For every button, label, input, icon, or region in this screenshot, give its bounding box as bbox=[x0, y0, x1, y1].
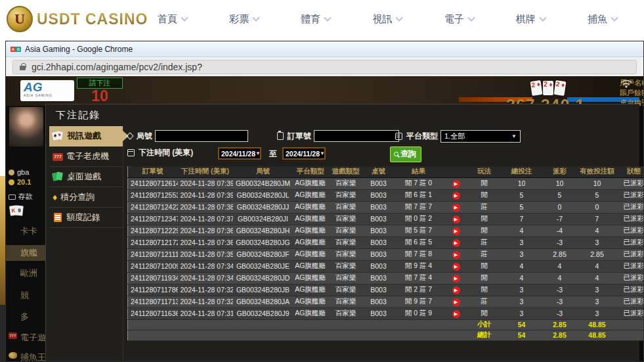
col-header: 平台類型 bbox=[293, 166, 328, 177]
chevron-down-icon: ▼ bbox=[320, 150, 325, 156]
card-9-icon: 9 bbox=[15, 205, 24, 215]
cell-payout: 5 bbox=[543, 189, 577, 201]
replay-play-button[interactable]: ▶ bbox=[452, 263, 460, 271]
cell-total-bet: 4 bbox=[501, 260, 543, 272]
table-games-icon bbox=[53, 171, 64, 182]
replay-play-button[interactable]: ▶ bbox=[452, 227, 460, 235]
nav-item-2[interactable]: 體育 bbox=[301, 13, 330, 26]
table-row: 2411280711934862024-11-28 07:34:08GB0032… bbox=[128, 272, 644, 284]
cell-order: 241128071178698 bbox=[128, 284, 178, 296]
cell-round: GB00324B280JG bbox=[233, 237, 293, 248]
subtotal-label: 小計 bbox=[468, 319, 501, 330]
table-row: 2411280711636942024-11-28 07:31:37GB0032… bbox=[128, 307, 644, 319]
cell-round: GB00324B280JL bbox=[233, 189, 293, 201]
cell-time: 2024-11-28 07:34:08 bbox=[178, 272, 233, 284]
cell-status: 已派彩 bbox=[618, 296, 644, 307]
cell-round: GB00324B280JJ bbox=[233, 201, 293, 213]
nav-item-5[interactable]: 棋牌 bbox=[516, 13, 546, 26]
replay-play-button[interactable]: ▶ bbox=[452, 192, 460, 200]
points-gem-icon: ♦ bbox=[53, 192, 57, 202]
col-header: 總投注 bbox=[501, 166, 543, 177]
date-to-select[interactable]: 2024/11/28 ▼ bbox=[282, 147, 326, 160]
grand-total-label: 總計 bbox=[468, 330, 501, 340]
main-nav: 首頁彩票體育視訊電子棋牌捕魚 bbox=[158, 13, 617, 26]
modal-sidebar: ♣♥視訊遊戲777電子老虎機桌面遊戲♦積分查詢額度記錄 bbox=[49, 126, 123, 361]
cell-order: 241128071255310 bbox=[128, 189, 178, 201]
cell-replay: ▶ bbox=[444, 177, 468, 189]
bet-countdown: 請下注 10 bbox=[77, 78, 123, 103]
cell-valid-bet: 4 bbox=[577, 272, 618, 284]
col-header: 狀態 bbox=[618, 166, 644, 177]
cell-result: 閒 6 莊 1 bbox=[393, 189, 444, 201]
lobby-menu-item: 多 bbox=[6, 311, 45, 323]
round-input[interactable] bbox=[155, 130, 248, 142]
cell-valid-bet: 0 bbox=[577, 201, 618, 213]
cell-order: 241128071234769 bbox=[128, 213, 178, 225]
nav-item-4[interactable]: 電子 bbox=[444, 13, 474, 26]
cell-play-type: 莊 bbox=[468, 296, 501, 307]
cell-total-bet: 10 bbox=[501, 177, 543, 189]
cell-valid-bet: 3 bbox=[577, 307, 618, 319]
search-group: 查詢 bbox=[390, 147, 421, 162]
cell-order: 241128071242209 bbox=[128, 201, 178, 213]
replay-play-button[interactable]: ▶ bbox=[452, 239, 460, 247]
bet-records-modal: 下注記錄 ♣♥視訊遊戲777電子老虎機桌面遊戲♦積分查詢額度記錄 局號 訂單號 bbox=[45, 104, 639, 361]
search-icon bbox=[394, 152, 398, 156]
bet-records-table: 訂單號下注時間 (美東)局號平台類型遊戲類型桌號結果玩法總投注派彩有效投注額狀態… bbox=[127, 166, 643, 341]
sidebar-item-1[interactable]: 777電子老虎機 bbox=[49, 147, 123, 167]
replay-play-button[interactable]: ▶ bbox=[452, 286, 460, 294]
date-from-group: 2024/11/28 ▼ bbox=[218, 147, 261, 160]
cell-payout: 4 bbox=[543, 260, 577, 272]
cell-order: 241128071261443 bbox=[128, 177, 178, 189]
address-box[interactable]: gci.2hhapi.com/agingame/pcv2/index.jsp? bbox=[12, 60, 637, 74]
chrome-popup-window: AG Asia Gaming - Google Chrome gci.2hhap… bbox=[5, 41, 644, 362]
cell-status: 已派彩 bbox=[618, 260, 644, 272]
replay-play-button[interactable]: ▶ bbox=[452, 215, 460, 223]
cell-round: GB00324B280J9 bbox=[233, 307, 293, 319]
replay-play-button[interactable]: ▶ bbox=[452, 180, 460, 188]
sidebar-item-0[interactable]: ♣♥視訊遊戲 bbox=[49, 126, 123, 147]
cell-valid-bet: 2.85 bbox=[577, 248, 618, 260]
nav-item-1[interactable]: 彩票 bbox=[229, 13, 259, 26]
cell-result: 閒 7 莊 8 bbox=[393, 248, 444, 260]
cell-platform: AG旗艦廳 bbox=[293, 272, 328, 284]
sidebar-item-4[interactable]: 額度記錄 bbox=[49, 208, 123, 228]
nav-item-0[interactable]: 首頁 bbox=[158, 13, 187, 26]
cell-payout: -7 bbox=[543, 213, 577, 225]
lobby-cards-icon: K9 bbox=[10, 206, 23, 215]
table-row: 2411280712422092024-11-28 07:38:12GB0032… bbox=[128, 201, 644, 213]
sidebar-item-label: 視訊遊戲 bbox=[67, 130, 101, 142]
replay-play-button[interactable]: ▶ bbox=[452, 298, 460, 306]
cell-play-type: 閒 bbox=[468, 225, 501, 237]
window-titlebar[interactable]: AG Asia Gaming - Google Chrome bbox=[6, 41, 643, 57]
search-button[interactable]: 查詢 bbox=[390, 147, 421, 162]
cell-replay: ▶ bbox=[444, 248, 468, 260]
table-row: 2411280712229142024-11-28 07:36:38GB0032… bbox=[128, 225, 644, 237]
cell-replay: ▶ bbox=[444, 272, 468, 284]
grand-total-status-empty bbox=[618, 330, 644, 340]
lobby-menu-item: 競 bbox=[6, 290, 45, 302]
nav-item-3[interactable]: 視訊 bbox=[372, 13, 402, 26]
subtotal-row: 小計542.8548.85 bbox=[128, 319, 644, 330]
cell-table-no: B003 bbox=[364, 307, 393, 319]
ag-logo: AG ASIA GAMING bbox=[20, 80, 74, 101]
cell-time: 2024-11-28 07:38:12 bbox=[178, 201, 233, 213]
sidebar-item-2[interactable]: 桌面遊戲 bbox=[49, 167, 123, 187]
platform-select[interactable]: 1.全部 ▼ bbox=[440, 130, 521, 143]
cell-total-bet: 4 bbox=[501, 225, 543, 237]
nav-item-label: 體育 bbox=[301, 13, 320, 26]
nav-item-6[interactable]: 捕魚 bbox=[588, 13, 617, 26]
cell-platform: AG旗艦廳 bbox=[293, 177, 328, 189]
cell-game: 百家樂 bbox=[328, 248, 364, 260]
cell-payout: 10 bbox=[543, 177, 577, 189]
cell-play-type: 莊 bbox=[468, 201, 501, 213]
replay-play-button[interactable]: ▶ bbox=[452, 310, 460, 318]
order-input[interactable] bbox=[314, 130, 399, 142]
replay-play-button[interactable]: ▶ bbox=[452, 251, 460, 259]
cell-status: 已派彩 bbox=[618, 177, 644, 189]
cell-time: 2024-11-28 07:37:35 bbox=[178, 213, 233, 225]
replay-play-button[interactable]: ▶ bbox=[452, 204, 460, 212]
replay-play-button[interactable]: ▶ bbox=[452, 275, 460, 283]
date-from-select[interactable]: 2024/11/28 ▼ bbox=[218, 147, 261, 160]
sidebar-item-3[interactable]: ♦積分查詢 bbox=[49, 187, 123, 208]
